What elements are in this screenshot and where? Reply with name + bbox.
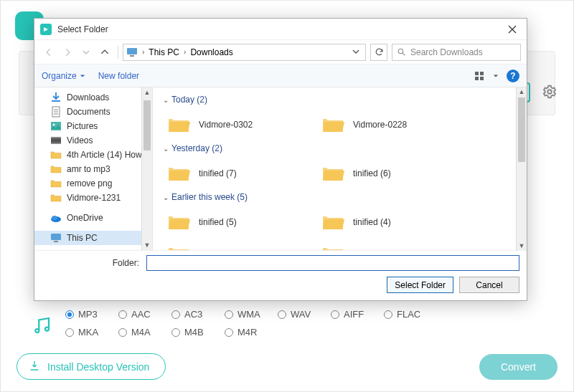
format-label: AIFF	[344, 309, 364, 320]
new-folder-button[interactable]: New folder	[98, 71, 139, 81]
sidebar-item-pictures[interactable]: Pictures	[34, 119, 152, 133]
format-label: FLAC	[397, 309, 420, 320]
view-dropdown[interactable]	[491, 69, 501, 83]
search-icon	[397, 47, 406, 57]
format-m4a[interactable]: M4A	[118, 327, 171, 338]
refresh-icon	[375, 47, 384, 57]
arrow-right-icon	[62, 47, 72, 57]
convert-label: Convert	[501, 361, 536, 373]
folder-input[interactable]	[146, 255, 519, 271]
folder-item[interactable]: tinified (5)	[163, 206, 317, 238]
folder-item[interactable]: tinified (6)	[317, 158, 471, 189]
sidebar-item-videos[interactable]: Videos	[34, 133, 152, 148]
format-wav[interactable]: WAV	[278, 309, 331, 320]
folder-item[interactable]: tinified (4)	[317, 206, 471, 238]
radio-icon	[278, 310, 286, 319]
sidebar-item-this-pc[interactable]: This PC	[34, 231, 152, 245]
radio-icon	[171, 310, 180, 319]
nav-back-button[interactable]	[40, 44, 57, 61]
folder-item[interactable]: tinified (2)	[317, 238, 471, 250]
content-scroll-thumb[interactable]	[518, 97, 525, 162]
select-folder-button[interactable]: Select Folder	[387, 277, 453, 293]
sidebar-scrollbar[interactable]: ▲ ▼	[141, 87, 152, 250]
thispc-icon	[50, 232, 62, 244]
folder-icon	[321, 163, 346, 183]
format-mka[interactable]: MKA	[65, 327, 118, 338]
arrow-left-icon	[44, 47, 54, 57]
sidebar-item-downloads[interactable]: Downloads	[34, 90, 152, 105]
sidebar-item-amr-to-mp3[interactable]: amr to mp3	[34, 162, 152, 176]
refresh-button[interactable]	[370, 44, 387, 61]
arrow-up-icon	[100, 47, 110, 57]
sidebar-item-label: Downloads	[67, 92, 109, 102]
radio-icon	[65, 310, 74, 319]
format-aac[interactable]: AAC	[118, 309, 171, 320]
folder-item[interactable]: tinified (7)	[163, 158, 317, 189]
format-flac[interactable]: FLAC	[384, 309, 437, 320]
bg-settings-button[interactable]	[542, 84, 557, 100]
sidebar-item-remove-png[interactable]: remove png	[34, 176, 152, 191]
chevron-down-icon: ⌄	[163, 96, 169, 104]
format-label: AAC	[131, 309, 151, 320]
folder-item[interactable]: tinified (3)	[163, 238, 317, 250]
content-scrollbar[interactable]: ▲ ▼	[516, 87, 527, 250]
group-title: Yesterday (2)	[171, 143, 222, 153]
format-label: M4R	[237, 327, 257, 338]
group-header[interactable]: ⌄Today (2)	[163, 95, 519, 105]
install-desktop-button[interactable]: Install Desktop Version	[17, 353, 166, 380]
svg-point-0	[547, 90, 552, 94]
view-options-button[interactable]	[472, 69, 488, 83]
format-ac3[interactable]: AC3	[171, 309, 225, 320]
folder-label: tinified (7)	[199, 168, 237, 178]
chevron-down-icon	[352, 48, 359, 55]
group-title: Earlier this week (5)	[171, 192, 248, 202]
convert-button[interactable]: Convert	[479, 354, 557, 380]
cancel-button[interactable]: Cancel	[459, 277, 519, 293]
chevron-right-icon: ›	[182, 48, 187, 56]
group-header[interactable]: ⌄Yesterday (2)	[163, 143, 519, 153]
video-icon	[50, 135, 62, 146]
path-dropdown[interactable]	[349, 48, 362, 57]
thispc-icon	[126, 47, 138, 58]
nav-up-button[interactable]	[96, 44, 113, 61]
path-seg-1[interactable]: Downloads	[190, 47, 232, 57]
format-m4b[interactable]: M4B	[171, 327, 225, 338]
sidebar-item-label: This PC	[67, 233, 98, 243]
radio-icon	[331, 310, 339, 319]
folder-label: tinified (3)	[199, 249, 237, 250]
group-title: Today (2)	[171, 95, 207, 105]
organize-menu[interactable]: Organize	[42, 71, 85, 81]
sidebar-item-onedrive[interactable]: OneDrive	[34, 211, 152, 225]
nav-recent-button[interactable]	[77, 44, 95, 61]
caret-down-icon	[80, 73, 85, 79]
dialog-title: Select Folder	[57, 24, 108, 34]
dialog-titlebar: Select Folder	[34, 19, 527, 40]
folder-item[interactable]: Vidmore-0228	[317, 109, 471, 140]
sidebar-item-4th-article-14-how-to-re[interactable]: 4th Article (14) How to Re	[34, 148, 152, 162]
sidebar-item-documents[interactable]: Documents	[34, 105, 152, 119]
caret-down-icon	[493, 73, 499, 79]
sidebar-item-vidmore-1231[interactable]: Vidmore-1231	[34, 191, 152, 205]
select-folder-dialog: Select Folder › This PC › Downloads	[34, 18, 527, 301]
group-header[interactable]: ⌄Earlier this week (5)	[163, 192, 519, 202]
breadcrumb[interactable]: › This PC › Downloads	[123, 44, 366, 61]
folder-icon	[321, 244, 346, 250]
format-mp3[interactable]: MP3	[65, 309, 118, 320]
chevron-down-icon: ⌄	[163, 193, 169, 201]
format-aiff[interactable]: AIFF	[331, 309, 384, 320]
picture-icon	[50, 120, 62, 132]
format-label: MP3	[78, 309, 98, 320]
view-icon	[474, 71, 486, 81]
help-button[interactable]: ?	[507, 70, 519, 82]
search-placeholder: Search Downloads	[410, 47, 483, 57]
close-button[interactable]	[502, 19, 522, 39]
sidebar-scroll-thumb[interactable]	[144, 100, 151, 150]
nav-forward-button[interactable]	[59, 44, 76, 61]
folder-icon	[321, 115, 346, 135]
search-input[interactable]: Search Downloads	[392, 44, 521, 61]
format-wma[interactable]: WMA	[225, 309, 278, 320]
path-seg-0[interactable]: This PC	[149, 47, 179, 57]
folder-item[interactable]: Vidmore-0302	[163, 109, 317, 140]
content-pane[interactable]: ⌄Today (2)Vidmore-0302Vidmore-0228⌄Yeste…	[153, 87, 527, 250]
format-m4r[interactable]: M4R	[225, 327, 278, 338]
